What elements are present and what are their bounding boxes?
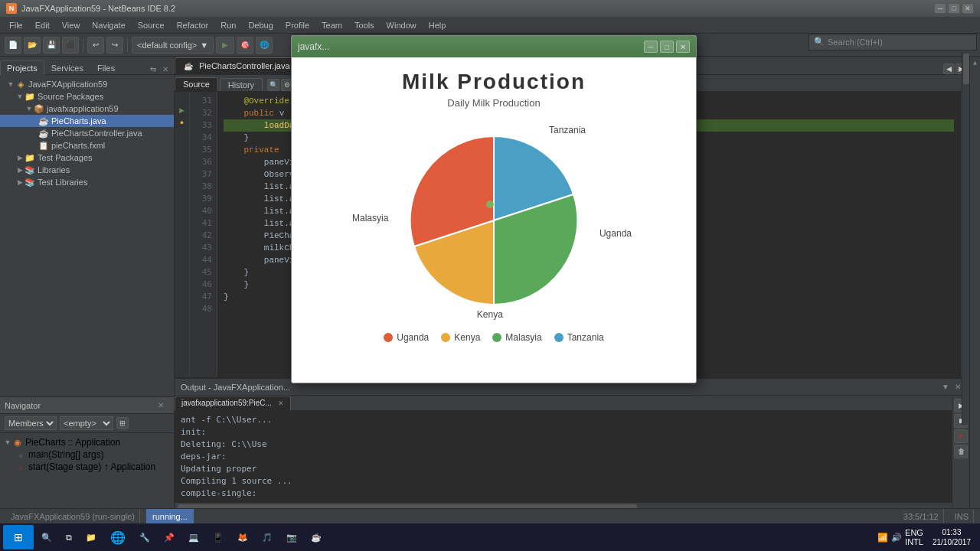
tree-item-package[interactable]: ▼ 📦 javafxapplication59 <box>0 103 174 115</box>
taskbar-task-view[interactable]: ⧉ <box>60 525 78 549</box>
taskbar-search[interactable]: 🔍 <box>35 525 58 549</box>
nav-item-main[interactable]: ⬦ main(String[] args) <box>0 448 174 461</box>
tree-item-libraries[interactable]: ▶ 📚 Libraries <box>0 164 174 176</box>
menu-window[interactable]: Window <box>381 19 423 31</box>
run-button[interactable]: ▶ <box>216 37 234 54</box>
menu-refactor[interactable]: Refactor <box>171 19 215 31</box>
output-tab-close[interactable]: ✕ <box>278 399 284 407</box>
members-dropdown[interactable]: Members <box>5 416 57 430</box>
legend-uganda: Uganda <box>384 332 429 343</box>
gutter-row-34 <box>175 129 189 141</box>
taskbar-explorer[interactable]: 📁 <box>80 525 103 549</box>
target-button[interactable]: 🎯 <box>237 37 253 54</box>
minimize-button[interactable]: ─ <box>934 3 946 14</box>
libraries-icon: 📚 <box>24 165 35 175</box>
editor-v-scrollbar-thumb[interactable] <box>963 54 969 84</box>
status-encoding: INS <box>950 509 974 523</box>
source-packages-icon: 📁 <box>24 91 35 102</box>
tree-item-project[interactable]: ▼ ◈ JavaFXApplication59 <box>0 78 174 90</box>
menu-file[interactable]: File <box>3 19 29 31</box>
save-all-button[interactable]: ⬛ <box>62 37 79 54</box>
tree-item-controller[interactable]: ☕ PieChartsController.java <box>0 127 174 139</box>
app-minimize-button[interactable]: ─ <box>644 41 658 53</box>
close-button[interactable]: ✕ <box>962 3 974 14</box>
taskbar-app4[interactable]: 📱 <box>207 525 230 549</box>
nav-arrow-piecharts: ▼ <box>3 438 12 447</box>
menu-navigate[interactable]: Navigate <box>86 19 131 31</box>
legend-kenya: Kenya <box>441 332 480 343</box>
tree-item-test-packages[interactable]: ▶ 📁 Test Packages <box>0 152 174 164</box>
tree-item-source-packages[interactable]: ▼ 📁 Source Packages <box>0 90 174 103</box>
editor-v-scrollbar[interactable] <box>962 52 969 425</box>
open-button[interactable]: 📂 <box>24 37 41 54</box>
undo-button[interactable]: ↩ <box>87 37 104 54</box>
nav-item-start[interactable]: ⬦ start(Stage stage) ↑ Application <box>0 461 174 473</box>
maximize-button[interactable]: □ <box>948 3 960 14</box>
output-clear-btn[interactable]: 🗑 <box>954 445 968 458</box>
menu-view[interactable]: View <box>56 19 87 31</box>
menu-run[interactable]: Run <box>214 19 242 31</box>
test-libraries-icon: 📚 <box>24 177 35 187</box>
menu-edit[interactable]: Edit <box>29 19 56 31</box>
app5-icon: 🎵 <box>262 533 273 543</box>
status-bar: JavaFXApplication59 (run-single) running… <box>0 508 980 523</box>
source-btn-1[interactable]: 🔍 <box>267 79 279 91</box>
tree-item-piecharts[interactable]: ☕ PieCharts.java <box>0 115 174 127</box>
taskbar-app2[interactable]: 📌 <box>158 525 181 549</box>
globe-button[interactable]: 🌐 <box>256 37 273 54</box>
empty-dropdown[interactable]: <empty> <box>60 416 113 430</box>
controller-icon: ☕ <box>38 128 49 139</box>
taskbar-app5[interactable]: 🎵 <box>256 525 279 549</box>
project-label: JavaFXApplication59 <box>28 80 107 89</box>
output-tab[interactable]: javafxapplication59:PieC... ✕ <box>175 396 291 411</box>
output-collapse-icon[interactable]: ▼ <box>940 382 951 393</box>
source-tab-source[interactable]: Source <box>175 77 218 91</box>
new-button[interactable]: 📄 <box>5 37 21 54</box>
panel-close-icon[interactable]: ✕ <box>160 64 171 74</box>
source-tab-history[interactable]: History <box>220 78 263 91</box>
menu-help[interactable]: Help <box>423 19 452 31</box>
taskbar-app3[interactable]: 💻 <box>182 525 205 549</box>
save-button[interactable]: 💾 <box>43 37 60 54</box>
taskbar-app7[interactable]: ☕ <box>305 525 328 549</box>
taskbar-clock[interactable]: 01:33 21/10/2017 <box>926 527 977 547</box>
gutter-row-38 <box>175 178 189 190</box>
tab-files[interactable]: Files <box>90 60 122 75</box>
right-panel-text[interactable]: ▼ <box>972 60 978 67</box>
app4-icon: 📱 <box>213 533 224 543</box>
config-dropdown[interactable]: <default config> ▼ <box>132 37 214 54</box>
app-maximize-button[interactable]: □ <box>660 41 674 53</box>
scroll-left-icon[interactable]: ◀ <box>943 64 954 74</box>
tab-projects[interactable]: Projects <box>0 60 44 75</box>
search-input[interactable] <box>828 37 972 47</box>
output-line-6: Compiling 1 source ... <box>181 475 946 487</box>
nav-close-icon[interactable]: ✕ <box>155 400 166 411</box>
output-line-4: deps-jar: <box>181 451 946 463</box>
nav-toggle-btn[interactable]: ⊞ <box>116 417 129 429</box>
search-bar: 🔍 <box>808 34 977 51</box>
tab-services[interactable]: Services <box>44 60 90 75</box>
redo-button[interactable]: ↪ <box>106 37 123 54</box>
legend-dot-uganda <box>384 333 393 342</box>
start-button[interactable]: ⊞ <box>3 525 34 549</box>
menu-source[interactable]: Source <box>132 19 171 31</box>
menu-team[interactable]: Team <box>315 19 348 31</box>
menu-tools[interactable]: Tools <box>348 19 381 31</box>
editor-tab-controller[interactable]: ☕ PieChartsController.java ✕ <box>175 57 311 74</box>
menu-profile[interactable]: Profile <box>279 19 315 31</box>
taskbar-chrome[interactable]: 🌐 <box>104 525 132 549</box>
taskbar-firefox[interactable]: 🦊 <box>231 525 254 549</box>
nav-item-piecharts[interactable]: ▼ ◉ PieCharts :: Application <box>0 436 174 448</box>
toolbar-separator-2 <box>127 38 128 52</box>
windows-icon: ⊞ <box>14 531 23 543</box>
taskbar-app1[interactable]: 🔧 <box>133 525 156 549</box>
panel-sync-icon[interactable]: ⇆ <box>148 64 158 74</box>
package-label: javafxapplication59 <box>47 104 119 113</box>
output-rerun-btn[interactable]: ✕ <box>954 429 968 443</box>
tree-item-test-libraries[interactable]: ▶ 📚 Test Libraries <box>0 176 174 188</box>
status-position: 33:5/1:12 <box>899 509 944 523</box>
menu-debug[interactable]: Debug <box>242 19 279 31</box>
tree-item-fxml[interactable]: 📋 pieCharts.fxml <box>0 139 174 152</box>
app-close-button[interactable]: ✕ <box>676 41 690 53</box>
taskbar-app6[interactable]: 📷 <box>280 525 303 549</box>
